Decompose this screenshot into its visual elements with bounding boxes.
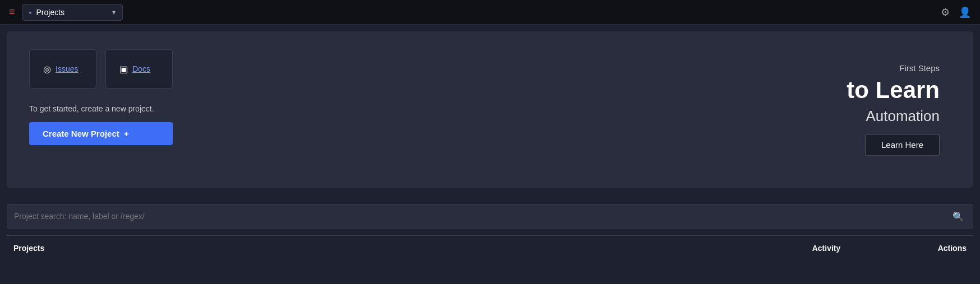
create-new-project-button[interactable]: Create New Project + bbox=[29, 122, 173, 145]
navbar-left: ≡ ▪ Projects ▾ bbox=[9, 4, 123, 21]
chevron-down-icon: ▾ bbox=[112, 8, 116, 16]
docs-label: Docs bbox=[132, 64, 150, 73]
table-col-actions: Actions bbox=[882, 244, 967, 253]
hamburger-icon[interactable]: ≡ bbox=[9, 6, 15, 18]
issues-card[interactable]: ◎ Issues bbox=[29, 49, 96, 89]
projects-dropdown-inner: ▪ Projects bbox=[29, 8, 65, 17]
get-started-text: To get started, create a new project. bbox=[29, 104, 173, 113]
create-project-plus-icon: + bbox=[124, 129, 129, 138]
first-steps-label: First Steps bbox=[899, 63, 940, 73]
banner: ◎ Issues ▣ Docs To get started, create a… bbox=[7, 31, 973, 188]
search-bar-wrapper: 🔍 bbox=[7, 204, 973, 229]
learn-here-button[interactable]: Learn Here bbox=[865, 134, 940, 156]
quick-links: ◎ Issues ▣ Docs bbox=[29, 49, 173, 89]
user-icon[interactable]: 👤 bbox=[959, 6, 971, 18]
projects-icon: ▪ bbox=[29, 8, 32, 17]
search-section: 🔍 Projects Activity Actions bbox=[0, 195, 980, 260]
banner-left: ◎ Issues ▣ Docs To get started, create a… bbox=[29, 49, 173, 145]
to-learn-text: to Learn bbox=[846, 77, 940, 103]
issues-icon: ◎ bbox=[43, 64, 51, 75]
docs-card[interactable]: ▣ Docs bbox=[105, 49, 173, 89]
projects-dropdown[interactable]: ▪ Projects ▾ bbox=[22, 4, 123, 21]
search-icon-button[interactable]: 🔍 bbox=[950, 209, 966, 224]
automation-text: Automation bbox=[866, 108, 940, 125]
navbar-right: ⚙ 👤 bbox=[941, 6, 971, 18]
settings-icon[interactable]: ⚙ bbox=[941, 6, 950, 18]
create-project-label: Create New Project bbox=[43, 129, 119, 138]
table-col-activity: Activity bbox=[770, 244, 882, 253]
search-icon: 🔍 bbox=[953, 212, 964, 221]
projects-dropdown-label: Projects bbox=[36, 8, 65, 17]
issues-label: Issues bbox=[56, 64, 78, 73]
docs-icon: ▣ bbox=[119, 64, 128, 75]
table-col-projects: Projects bbox=[13, 244, 770, 253]
navbar: ≡ ▪ Projects ▾ ⚙ 👤 bbox=[0, 0, 980, 25]
table-header: Projects Activity Actions bbox=[7, 235, 973, 260]
search-input[interactable] bbox=[14, 212, 950, 221]
banner-right: First Steps to Learn Automation Learn He… bbox=[846, 63, 951, 156]
